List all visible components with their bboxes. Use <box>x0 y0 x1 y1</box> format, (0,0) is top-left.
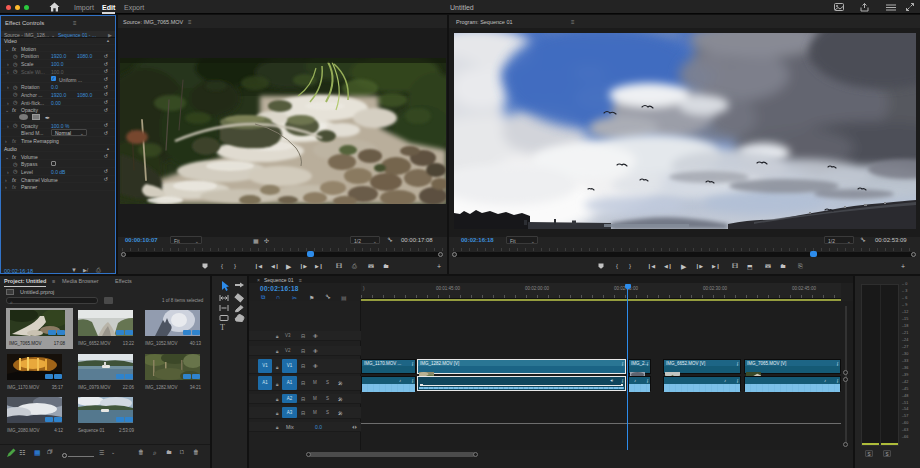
svg-text:T: T <box>220 323 225 332</box>
